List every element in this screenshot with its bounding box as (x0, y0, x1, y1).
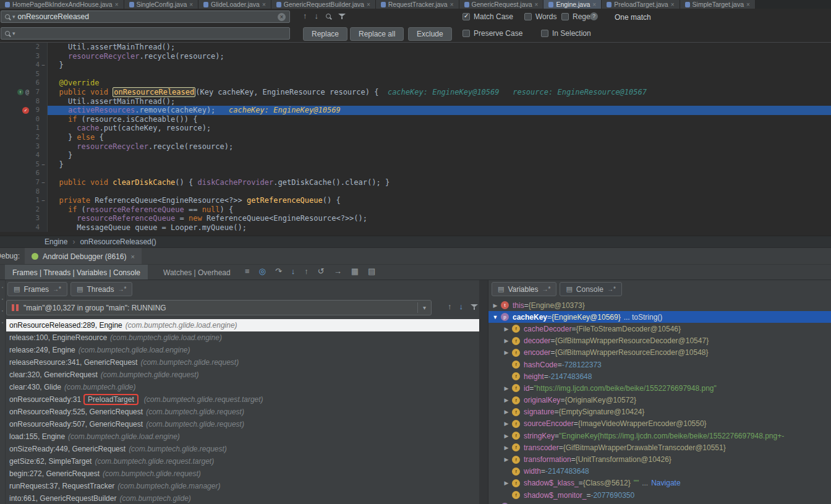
jump-to-source-icon[interactable]: →* (542, 286, 551, 293)
replace-history-dropdown-icon[interactable]: ▾ (12, 30, 15, 36)
collapse-arrow-icon[interactable]: ▶ (502, 480, 511, 486)
stack-frame-row[interactable]: releaseResource:341, GenericRequest(com.… (6, 356, 479, 369)
collapse-arrow-icon[interactable]: ▶ (502, 445, 511, 451)
checkbox-icon[interactable] (462, 30, 470, 37)
checkbox-icon[interactable] (541, 30, 548, 37)
help-icon[interactable]: ? (590, 12, 598, 20)
exclude-button[interactable]: Exclude (408, 27, 452, 41)
settings-icon[interactable]: ▤ (368, 267, 375, 276)
fold-icon[interactable]: − (40, 196, 48, 205)
stack-frame-row[interactable]: clear:320, GenericRequest(com.bumptech.g… (6, 369, 479, 381)
stack-frame-row[interactable]: load:155, Engine(com.bumptech.glide.load… (6, 430, 479, 443)
variable-row[interactable]: fshadow$_monitor_ = -2077690350 (488, 489, 831, 501)
fold-icon[interactable]: − (40, 160, 48, 169)
variable-row[interactable]: ▶fsourceEncoder = {ImageVideoWrapperEnco… (488, 418, 831, 430)
variable-row[interactable]: ▶fstringKey = "EngineKey{https://img.ljc… (488, 430, 831, 442)
magnifier-icon[interactable] (326, 14, 331, 19)
debugger-session-tab[interactable]: Android Debugger (8616) × (25, 248, 142, 265)
run-to-cursor-icon[interactable]: → (334, 267, 342, 276)
stack-frame-row[interactable]: getSize:62, SimpleTarget(com.bumptech.gl… (6, 455, 479, 468)
code-editor[interactable]: 2 Util.assertMainThread();3 resourceRecy… (0, 43, 831, 236)
editor-tab[interactable]: RequestTracker.java× (376, 0, 459, 9)
breadcrumb-item-class[interactable]: Engine (45, 237, 67, 246)
expand-arrow-icon[interactable]: ▼ (491, 314, 500, 320)
checkbox-icon[interactable] (561, 13, 569, 20)
collapse-arrow-icon[interactable]: ▶ (502, 385, 511, 391)
collapse-arrow-icon[interactable]: ▶ (502, 433, 511, 439)
stack-frame-row[interactable]: onResourceReady:31PreloadTarget(com.bump… (6, 393, 479, 406)
variable-row[interactable]: ▶fid = "https://img.ljcdn.com/beike/beik… (488, 382, 831, 394)
checkbox-checked-icon[interactable] (462, 13, 470, 20)
show-execution-point-icon[interactable]: ◎ (259, 267, 266, 276)
variable-row[interactable]: ▶fdecoder = {GifBitmapWrapperResourceDec… (488, 335, 831, 347)
collapse-arrow-icon[interactable]: ▶ (502, 338, 511, 344)
clear-search-icon[interactable]: × (278, 13, 286, 21)
replace-all-button[interactable]: Replace all (350, 27, 404, 41)
breakpoint-icon[interactable]: ✓ (22, 107, 29, 114)
stack-frame-row[interactable]: into:661, GenericRequestBuilder(com.bump… (6, 492, 479, 504)
close-icon[interactable]: × (450, 1, 454, 8)
close-icon[interactable]: × (592, 1, 596, 8)
collapse-arrow-icon[interactable]: ▶ (491, 302, 500, 309)
match-case-checkbox[interactable]: Match Case (462, 12, 513, 21)
collapse-arrow-icon[interactable]: ▶ (502, 409, 511, 415)
close-icon[interactable]: × (115, 1, 119, 8)
tab-variables[interactable]: ▤ Variables →* (492, 282, 556, 296)
tab-threads[interactable]: ▤ Threads →* (70, 282, 132, 296)
variable-row[interactable]: fwidth = -2147483648 (488, 466, 831, 477)
editor-tab[interactable]: SimpleTarget.java× (680, 0, 756, 9)
close-icon[interactable]: × (262, 1, 266, 8)
collapse-arrow-icon[interactable]: ▶ (502, 397, 511, 403)
thread-selector[interactable]: "main"@10,327 in group "main": RUNNING ▾ (6, 300, 432, 315)
editor-tab[interactable]: PreloadTarget.java× (602, 0, 680, 9)
stack-frame-row[interactable]: onResourceReleased:289, Engine(com.bumpt… (6, 319, 479, 331)
stack-frame-row[interactable]: begin:272, GenericRequest(com.bumptech.g… (6, 468, 479, 480)
fold-icon[interactable]: − (40, 61, 48, 70)
variable-row[interactable]: ▶fsignature = {EmptySignature@10424} (488, 406, 831, 418)
collapse-arrow-icon[interactable]: ▶ (502, 349, 511, 356)
editor-tab[interactable]: GlideLoader.java× (198, 0, 271, 9)
jump-to-source-icon[interactable]: →* (53, 286, 61, 293)
breadcrumb-item-method[interactable]: onResourceReleased() (80, 237, 156, 246)
regex-checkbox[interactable]: Regex (561, 12, 594, 21)
close-icon[interactable]: × (189, 1, 193, 8)
preserve-case-checkbox[interactable]: Preserve Case (462, 29, 522, 38)
variable-row[interactable]: ▶fshadow$_klass_ = {Class@5612}""...Navi… (488, 477, 831, 489)
search-input[interactable]: ▾ onResourceReleased × (1, 11, 290, 23)
collapse-arrow-icon[interactable]: ▶ (502, 326, 511, 332)
navigate-link[interactable]: Navigate (651, 479, 680, 487)
stack-frame-row[interactable]: release:100, EngineResource(com.bumptech… (6, 331, 479, 344)
arrow-down-icon[interactable]: ↓ (459, 302, 464, 311)
in-selection-checkbox[interactable]: In Selection (541, 29, 591, 38)
drop-frame-icon[interactable]: ↺ (318, 267, 325, 276)
variable-row[interactable]: ▶fencoder = {GifBitmapWrapperResourceEnc… (488, 347, 831, 359)
close-icon[interactable]: × (367, 1, 370, 8)
tab-watches-overhead[interactable]: Watches | Overhead (156, 265, 238, 280)
toolbar-stub-icon[interactable]: ▪ (2, 285, 3, 289)
variable-row[interactable]: ▶ftransformation = {UnitTransformation@1… (488, 453, 831, 465)
stack-frame-row[interactable]: runRequest:37, RequestTracker(com.bumpte… (6, 480, 479, 492)
stack-frame-row[interactable]: clear:430, Glide(com.bumptech.glide) (6, 381, 479, 393)
variable-row[interactable]: ▶presource = {EngineResource@10567} (488, 501, 831, 504)
arrow-up-icon[interactable]: ↑ (448, 302, 452, 311)
toolbar-stub-icon[interactable]: ▪ (2, 297, 3, 301)
variable-row[interactable]: ▶tthis = {Engine@10373} (488, 299, 831, 311)
tab-console[interactable]: ▤ Console →* (560, 282, 621, 296)
collapse-arrow-icon[interactable]: ▶ (502, 421, 511, 427)
replace-button[interactable]: Replace (303, 27, 347, 41)
step-over-icon[interactable]: ↷ (275, 267, 282, 276)
checkbox-icon[interactable] (524, 13, 532, 20)
jump-to-source-icon[interactable]: →* (117, 286, 126, 293)
words-checkbox[interactable]: Words (524, 12, 556, 21)
close-icon[interactable]: × (130, 253, 134, 260)
close-icon[interactable]: × (746, 1, 750, 8)
replace-history-icon[interactable] (5, 31, 10, 36)
variable-row[interactable]: fhashCode = -728122373 (488, 359, 831, 370)
toolbar-stub-icon[interactable]: ▪ (2, 320, 3, 325)
search-history-dropdown-icon[interactable]: ▾ (12, 14, 15, 20)
close-icon[interactable]: × (535, 1, 539, 8)
arrow-down-icon[interactable]: ↓ (315, 12, 319, 20)
panel-splitter[interactable] (479, 280, 488, 504)
stack-frame-row[interactable]: onResourceReady:507, GenericRequest(com.… (6, 418, 479, 430)
editor-tab[interactable]: Engine.java× (543, 0, 602, 9)
